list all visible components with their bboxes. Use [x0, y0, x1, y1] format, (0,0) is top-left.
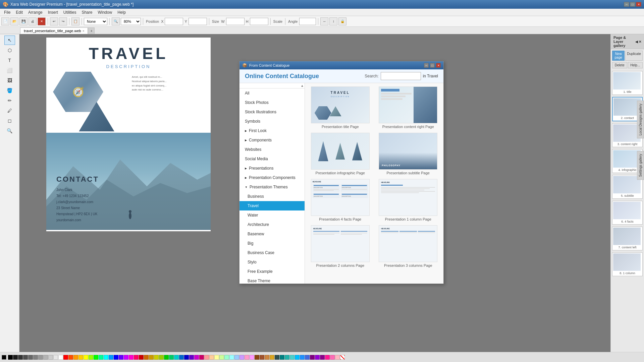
color-swatch[interactable] [184, 355, 189, 360]
color-swatch[interactable] [53, 355, 58, 360]
color-swatch[interactable] [23, 355, 28, 360]
sidebar-item-big[interactable]: Big [239, 239, 305, 248]
tab-new[interactable]: + [88, 27, 95, 34]
content-item-3[interactable]: PHILOSOPHY Presentation subtitle Page [376, 133, 440, 175]
tool-photo[interactable]: 🖼 [4, 76, 15, 85]
content-item-7[interactable]: HEADLINE Presentation 3 columns Page [376, 225, 440, 267]
tool-pen[interactable]: 🖊 [4, 106, 15, 115]
tool-shape[interactable]: ⬜ [4, 66, 15, 75]
dialog-minimize[interactable]: ─ [424, 63, 429, 68]
color-fill-indicator[interactable] [2, 355, 6, 360]
color-swatch[interactable] [174, 355, 179, 360]
color-swatch[interactable] [239, 355, 244, 360]
color-swatch[interactable] [300, 355, 305, 360]
color-swatch[interactable] [295, 355, 300, 360]
dialog-close[interactable]: ✕ [436, 63, 441, 68]
gallery-duplicate-btn[interactable]: Duplicate [625, 51, 643, 61]
color-swatch[interactable] [315, 355, 320, 360]
tool-copy[interactable]: 📋 [71, 17, 79, 25]
color-swatch[interactable] [270, 355, 274, 360]
color-swatch[interactable] [28, 355, 33, 360]
color-swatch[interactable] [129, 355, 133, 360]
tool-open[interactable]: 📂 [10, 17, 18, 25]
color-swatch[interactable] [114, 355, 118, 360]
color-swatch[interactable] [325, 355, 330, 360]
color-swatch[interactable] [124, 355, 128, 360]
tool-redo[interactable]: ↪ [59, 17, 67, 25]
sidebar-item-water[interactable]: Water [239, 210, 305, 220]
color-swatch[interactable] [330, 355, 335, 360]
content-item-4[interactable]: HEADLINE DESCRIPTION DESCRIPTION DESCRIP… [308, 179, 372, 221]
menu-utilities[interactable]: Utilities [61, 9, 79, 15]
sidebar-item-travel[interactable]: Travel [239, 201, 305, 210]
sidebar-item-websites[interactable]: Websites [239, 145, 305, 154]
dialog-maximize[interactable]: □ [430, 63, 435, 68]
content-item-5[interactable]: HEADLINE Presentation 1 column Page [376, 179, 440, 221]
h-input[interactable] [250, 18, 268, 25]
color-swatch[interactable] [144, 355, 149, 360]
color-swatch[interactable] [250, 355, 254, 360]
color-swatch[interactable] [68, 355, 73, 360]
angle-input[interactable] [299, 18, 316, 25]
color-swatch[interactable] [265, 355, 269, 360]
tool-node[interactable]: ⬡ [4, 46, 15, 55]
color-swatch[interactable] [33, 355, 38, 360]
color-swatch[interactable] [229, 355, 234, 360]
tool-new[interactable]: 📄 [1, 17, 9, 25]
tool-fill[interactable]: 🪣 [4, 86, 15, 95]
color-swatch[interactable] [260, 355, 264, 360]
maximize-button[interactable]: □ [630, 2, 635, 7]
sidebar-item-base-theme[interactable]: Base Theme [239, 276, 305, 284]
y-input[interactable] [189, 18, 207, 25]
color-swatch[interactable] [199, 355, 204, 360]
gallery-item-6[interactable]: 7. content left [612, 227, 643, 250]
x-input[interactable] [165, 18, 183, 25]
color-swatch[interactable] [280, 355, 284, 360]
w-input[interactable] [226, 18, 245, 25]
tool-flip-v[interactable]: ↕ [329, 17, 337, 25]
sidebar-item-stylo[interactable]: Stylo [239, 257, 305, 267]
color-swatch[interactable] [109, 355, 113, 360]
tab-close-icon[interactable]: × [83, 29, 85, 33]
sidebar-item-business[interactable]: Business [239, 192, 305, 201]
tool-zoom-out[interactable]: 🔍 [112, 17, 120, 25]
tool-save[interactable]: 💾 [19, 17, 28, 25]
settings-tab[interactable]: Settings gallery [637, 151, 644, 180]
tool-zoom[interactable]: 🔍 [4, 126, 15, 135]
sidebar-item-presentation-themes[interactable]: ▼Presentation Themes [239, 182, 305, 192]
color-swatch[interactable] [99, 355, 103, 360]
sidebar-item-stock-photos[interactable]: Stock Photos [239, 98, 305, 107]
color-swatch[interactable] [189, 355, 194, 360]
zoom-select[interactable]: 80% [121, 18, 141, 25]
tool-shadow[interactable]: ◻ [4, 116, 15, 125]
sidebar-item-components[interactable]: ▶Components [239, 135, 305, 145]
color-swatch[interactable] [224, 355, 229, 360]
color-swatch[interactable] [139, 355, 144, 360]
gallery-new-page-btn[interactable]: New page [612, 51, 625, 61]
sidebar-item-first-look[interactable]: ▶First Look [239, 126, 305, 135]
menu-edit[interactable]: Edit [13, 9, 25, 15]
sidebar-item-symbols[interactable]: Symbols [239, 117, 305, 126]
color-swatch[interactable] [209, 355, 214, 360]
content-item-1[interactable]: Presentation content right Page [376, 86, 440, 129]
tool-print[interactable]: 🖨 [29, 17, 37, 25]
color-swatch[interactable] [78, 355, 83, 360]
color-swatch[interactable] [245, 355, 249, 360]
color-swatch[interactable] [214, 355, 219, 360]
color-swatch[interactable] [134, 355, 139, 360]
sidebar-scroll-up[interactable]: ▲ [239, 83, 305, 88]
color-swatch[interactable] [305, 355, 310, 360]
sidebar-item-basenew[interactable]: Basenew [239, 229, 305, 239]
content-item-0[interactable]: TRAVEL DESCRIPTION Presentation title Pa… [308, 86, 372, 129]
color-swatch[interactable] [94, 355, 98, 360]
menu-insert[interactable]: Insert [45, 9, 61, 15]
tool-select[interactable]: ↖ [4, 36, 15, 45]
sidebar-item-architecture[interactable]: Architecture [239, 220, 305, 229]
gallery-item-7[interactable]: 8. 1 column [612, 252, 643, 276]
tool-flip-h[interactable]: ↔ [320, 17, 328, 25]
color-swatch[interactable] [13, 355, 18, 360]
color-swatch[interactable] [285, 355, 289, 360]
color-swatch[interactable] [310, 355, 315, 360]
color-swatch[interactable] [63, 355, 68, 360]
color-swatch[interactable] [255, 355, 259, 360]
